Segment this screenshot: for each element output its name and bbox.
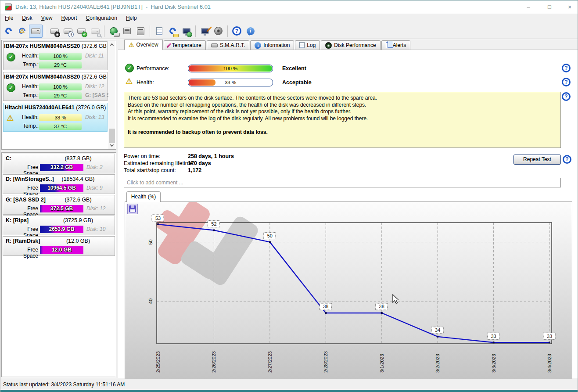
disk-number: Disk: 13 [85,114,104,120]
free-space-bar: 2653.9 GB [40,226,83,233]
toolbar-separator [227,25,228,37]
menu-configuration[interactable]: Configuration [82,14,122,23]
refresh-icon[interactable] [2,25,15,38]
health-label: Health: [13,53,39,59]
performance-rating: Excellent [282,65,306,72]
health-bar: 33 % [188,79,273,86]
disk-temperature-icon[interactable] [61,25,75,38]
svg-text:38: 38 [323,304,328,309]
error-report-icon[interactable]: ⚠ [15,25,29,38]
disk-list-panel: Hitachi HUS724040ALE641 (3726.0 GB)⚠Heal… [1,40,116,150]
scrollbar-thumb[interactable] [109,129,115,143]
svg-text:2/26/2023: 2/26/2023 [211,351,216,373]
menu-help[interactable]: Help [122,14,141,23]
advisory-line: There are 53 bad sectors on the disk sur… [128,95,557,102]
repeat-test-button[interactable]: Repeat Test [513,155,561,165]
disk-item[interactable]: IBM-207x HUSMM8040ASS20 (372.6 GB✓Health… [3,72,108,101]
help-icon[interactable]: ? [562,64,571,72]
chart-tab-health[interactable]: Health (%) [126,191,161,202]
tab-alerts[interactable]: Alerts [381,40,411,50]
detect-disks-icon[interactable] [29,25,43,38]
help-icon[interactable]: ? [230,25,244,38]
stat-value: 258 days, 1 hours [188,153,234,159]
removable-disk-icon[interactable] [120,25,134,38]
volume-item[interactable]: K: [Rips](3725.9 GB)Free Space2653.9 GBD… [3,216,115,235]
disk-number: Disk: 11 [85,53,104,59]
report-icon[interactable] [152,25,166,38]
menu-file[interactable]: File [0,14,18,23]
volume-item[interactable]: D: [WinStorageS..](18534.4 GB)Free Space… [3,174,115,194]
scroll-down-icon[interactable] [108,142,115,149]
pages-icon [386,42,391,48]
temp-label: Temp.: [13,61,39,68]
volume-item[interactable]: C:(837.8 GB)Free Space332.2 GBDisk: 2 [3,154,115,173]
free-space-bar: 332.2 GB [40,164,83,171]
tab-log[interactable]: Log [295,40,320,50]
tab-information[interactable]: iInformation [250,40,294,50]
volume-size: (3725.9 GB) [52,217,104,223]
performance-status-icon: ✓ [125,64,134,72]
help-icon[interactable]: ? [562,92,571,101]
remote-monitoring-icon[interactable] [180,25,193,38]
help-icon[interactable]: ? [563,155,571,164]
svg-text:3/1/2023: 3/1/2023 [379,354,384,373]
health-rating: Acceptable [282,79,312,86]
maximize-button[interactable]: □ [542,0,557,14]
tab-disk-performance[interactable]: Disk Performance [321,40,380,50]
health-value-bar: 100 % [39,53,82,60]
minimize-button[interactable]: – [521,0,536,14]
disk-item[interactable]: Hitachi HUS724040ALE641 (3726.0 GB)⚠Heal… [3,103,108,132]
sounds-icon[interactable] [212,25,225,38]
disk-selftest-icon[interactable]: ✓ [75,25,88,38]
title-bar: Disk: 13, Hitachi HUS724040ALE641 [PBJ9N… [0,0,578,14]
disk-number: Disk: 10 [86,226,105,232]
tab-temperature[interactable]: Temperature [164,40,206,50]
network-disks-icon[interactable] [107,25,120,38]
advisory-line: Based on the number of remapping operati… [128,102,557,109]
temp-value-bar: 29 °C [39,92,82,99]
status-bar: Status last updated: 3/4/2023 Saturday 1… [0,379,578,390]
toolbar: ⚠✓?i [0,23,578,39]
comment-input[interactable] [124,178,561,187]
tab-label: Overview [136,42,158,48]
eject-disk-icon[interactable] [134,25,147,38]
svg-text:2/27/2023: 2/27/2023 [267,351,273,373]
health-history-chart: 40502/25/20232/26/20232/27/20232/28/2023… [125,202,573,381]
menu-view[interactable]: View [37,14,57,23]
tab-s-m-a-r-t-[interactable]: S.M.A.R.T. [207,40,249,50]
health-label: Health: [13,83,39,90]
advisory-line [128,122,557,129]
toolbar-separator [45,25,45,37]
health-value-bar: 100 % [39,83,82,90]
preferences-icon[interactable] [198,25,212,38]
disk-surface-test-icon[interactable] [88,25,102,38]
disk-item[interactable]: IBM-207x HUSMM8040ASS20 (372.6 GB✓Health… [3,41,108,70]
menu-disk[interactable]: Disk [18,14,36,23]
advisory-line: It is recommended to backup often to pre… [128,129,557,136]
tab-label: Log [307,42,316,48]
disk-list-scrollbar[interactable] [108,41,115,149]
tab-overview[interactable]: ⚠Overview [124,39,163,50]
send-report-icon[interactable] [166,25,180,38]
app-icon [5,4,12,11]
about-icon[interactable]: i [244,25,257,38]
performance-value: 100 % [188,65,273,72]
stat-label: Power on time: [124,153,160,159]
volume-size: (12.0 GB) [52,238,104,244]
svg-text:33: 33 [547,334,552,339]
save-chart-button[interactable] [127,204,138,214]
volume-item[interactable]: G: [SAS SSD 2](372.6 GB)Free Space372.5 … [3,195,115,215]
volume-size: (372.6 GB) [52,197,104,203]
advisory-line: At this point, warranty replacement of t… [128,108,557,115]
health-status-icon: ⚠ [126,77,133,86]
tab-label: Information [263,42,290,48]
free-space-bar: 10964.5 GB [40,184,83,192]
scroll-up-icon[interactable] [108,41,115,48]
menu-bar: FileDiskViewReportConfigurationHelp [0,14,578,23]
help-icon[interactable]: ? [562,78,571,86]
menu-report[interactable]: Report [57,14,82,23]
performance-label: Performance: [136,65,169,72]
close-button[interactable]: × [562,0,577,14]
volume-item[interactable]: R: [RamDisk](12.0 GB)Free Space12.0 GB [3,236,115,256]
disk-performance-icon[interactable] [47,25,61,38]
